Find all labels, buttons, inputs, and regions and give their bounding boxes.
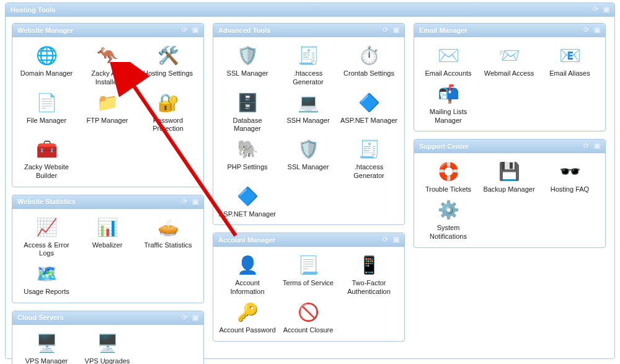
item-label: Webalizer (92, 241, 123, 250)
item-label: Domain Manager (20, 69, 73, 78)
item-label: Hosting Settings (143, 69, 193, 78)
access-error-logs-icon: 📈 (35, 216, 58, 239)
panel-controls: ⟳▣ (382, 26, 399, 34)
panel-title: Website Statistics (17, 198, 76, 205)
refresh-icon[interactable]: ⟳ (382, 236, 388, 244)
column-1: Website Manager⟳▣🌐Domain Manager🦘Zacky A… (12, 23, 204, 364)
item-label: Password Protection (140, 117, 197, 134)
item-php-settings[interactable]: 🐘PHP Settings (217, 136, 278, 180)
two-factor-auth-icon: 📱 (358, 254, 380, 277)
item-aspnet-manager[interactable]: 🔷ASP.NET Manager (339, 89, 399, 134)
item-database-manager[interactable]: 🗄️Database Manager (217, 89, 278, 134)
item-label: SSL Manager (227, 69, 268, 78)
item-system-notifications[interactable]: ⚙️System Notifications (418, 197, 479, 241)
collapse-icon[interactable]: ▣ (192, 198, 198, 206)
panel-controls: ⟳▣ (583, 26, 600, 34)
item-htaccess-generator[interactable]: 🧾.htaccess Generator (278, 42, 339, 87)
item-label: Traffic Statistics (144, 241, 192, 250)
item-mailing-lists-manager[interactable]: 📬Mailing Lists Manager (418, 81, 479, 125)
item-trouble-tickets[interactable]: 🛟Trouble Tickets (418, 158, 479, 194)
refresh-icon[interactable]: ⟳ (583, 26, 589, 34)
item-ftp-manager[interactable]: 📁FTP Manager (77, 89, 138, 134)
item-label: SSL Manager (288, 163, 329, 172)
item-crontab-settings[interactable]: ⏱️Crontab Settings (339, 42, 399, 87)
item-email-accounts[interactable]: ✉️Email Accounts (418, 42, 479, 78)
item-vps-manager[interactable]: 🖥️VPS Manager (16, 330, 77, 364)
item-hosting-faq[interactable]: 🕶️Hosting FAQ (539, 158, 600, 194)
item-label: Crontab Settings (343, 69, 394, 78)
panel-title: Support Center (419, 143, 469, 150)
panel-controls: ⟳▣ (181, 314, 198, 322)
item-vps-upgrades[interactable]: 🖥️VPS Upgrades (77, 330, 138, 364)
item-file-manager[interactable]: 📄File Manager (16, 89, 77, 134)
aspnet-manager-icon: 🔷 (358, 92, 380, 114)
item-label: System Notifications (420, 224, 477, 241)
item-label: PHP Settings (227, 163, 267, 172)
item-backup-manager[interactable]: 💾Backup Manager (479, 158, 539, 194)
panel-title: Advanced Tools (218, 27, 270, 34)
refresh-icon[interactable]: ⟳ (382, 26, 388, 34)
item-label: Trouble Tickets (425, 185, 471, 194)
system-notifications-icon: ⚙️ (437, 199, 459, 221)
refresh-icon[interactable]: ⟳ (181, 314, 187, 322)
collapse-icon[interactable]: ▣ (594, 26, 600, 34)
item-label: Two-Factor Authentication (340, 279, 397, 296)
collapse-icon[interactable]: ▣ (393, 26, 399, 34)
panel-website-manager: Website Manager⟳▣🌐Domain Manager🦘Zacky A… (12, 23, 204, 187)
item-label: Account Information (219, 279, 276, 296)
panel-support-center: Support Center⟳▣🛟Trouble Tickets💾Backup … (414, 139, 606, 247)
collapse-icon[interactable]: ▣ (192, 26, 198, 34)
item-account-password[interactable]: 🔑Account Password (217, 299, 278, 335)
item-ssl-manager-2[interactable]: 🛡️SSL Manager (278, 136, 339, 180)
collapse-icon[interactable]: ▣ (192, 314, 198, 322)
item-account-information[interactable]: 👤Account Information (217, 252, 278, 296)
panel-body: 🛡️SSL Manager🧾.htaccess Generator⏱️Cront… (213, 37, 404, 224)
collapse-icon[interactable]: ▣ (594, 142, 600, 150)
item-zacky-website-builder[interactable]: 🧰Zacky Website Builder (16, 136, 77, 180)
refresh-icon[interactable]: ⟳ (181, 26, 187, 34)
item-two-factor-auth[interactable]: 📱Two-Factor Authentication (339, 252, 399, 296)
item-label: Access & Error Logs (18, 241, 75, 259)
item-label: FTP Manager (86, 117, 128, 125)
panel-body: ✉️Email Accounts📨Webmail Access📧Email Al… (414, 37, 605, 131)
item-email-aliases[interactable]: 📧Email Aliases (539, 42, 600, 78)
panel-title: Cloud Servers (17, 314, 64, 321)
item-hosting-settings[interactable]: 🛠️Hosting Settings (138, 42, 198, 87)
panel-body: 🌐Domain Manager🦘Zacky App Installer🛠️Hos… (12, 37, 203, 187)
ssh-manager-icon: 💻 (297, 92, 319, 114)
backup-manager-icon: 💾 (498, 161, 520, 183)
item-terms-of-service[interactable]: 📃Terms of Service (278, 252, 339, 296)
item-access-error-logs[interactable]: 📈Access & Error Logs (16, 214, 77, 259)
item-label: VPS Upgrades (85, 357, 130, 364)
trouble-tickets-icon: 🛟 (437, 161, 459, 183)
item-account-closure[interactable]: 🚫Account Closure (278, 299, 339, 335)
refresh-icon[interactable]: ⟳ (583, 142, 589, 150)
panel-header: Advanced Tools⟳▣ (213, 24, 404, 37)
crontab-settings-icon: ⏱️ (358, 45, 380, 67)
item-webmail-access[interactable]: 📨Webmail Access (479, 42, 539, 78)
item-htaccess-generator-2[interactable]: 🧾.htaccess Generator (339, 136, 399, 180)
collapse-icon[interactable]: ▣ (603, 6, 609, 14)
php-settings-icon: 🐘 (236, 138, 259, 161)
column-3: Email Manager⟳▣✉️Email Accounts📨Webmail … (414, 23, 606, 364)
item-label: .htaccess Generator (280, 69, 337, 87)
item-webalizer[interactable]: 📊Webalizer (77, 214, 138, 259)
item-zacky-app-installer[interactable]: 🦘Zacky App Installer (77, 42, 138, 87)
usage-reports-icon: 🗺️ (35, 263, 58, 285)
refresh-icon[interactable]: ⟳ (592, 6, 598, 14)
item-label: Zacky Website Builder (18, 163, 75, 180)
item-traffic-statistics[interactable]: 🥧Traffic Statistics (138, 214, 198, 259)
item-usage-reports[interactable]: 🗺️Usage Reports (16, 260, 77, 296)
item-ssl-manager[interactable]: 🛡️SSL Manager (217, 42, 278, 87)
item-label: Account Password (219, 326, 275, 335)
item-domain-manager[interactable]: 🌐Domain Manager (16, 42, 77, 87)
item-aspnet-manager-2[interactable]: 🔷ASP.NET Manager (217, 183, 278, 219)
item-password-protection[interactable]: 🔐Password Protection (138, 89, 198, 134)
refresh-icon[interactable]: ⟳ (181, 198, 187, 206)
item-label: VPS Manager (25, 357, 68, 364)
panel-header: Cloud Servers⟳▣ (12, 311, 203, 325)
item-ssh-manager[interactable]: 💻SSH Manager (278, 89, 339, 134)
hosting-tools-panel: Hosting Tools ⟳ ▣ Website Manager⟳▣🌐Doma… (5, 2, 615, 359)
collapse-icon[interactable]: ▣ (393, 236, 399, 244)
panel-header: Email Manager⟳▣ (414, 24, 605, 37)
